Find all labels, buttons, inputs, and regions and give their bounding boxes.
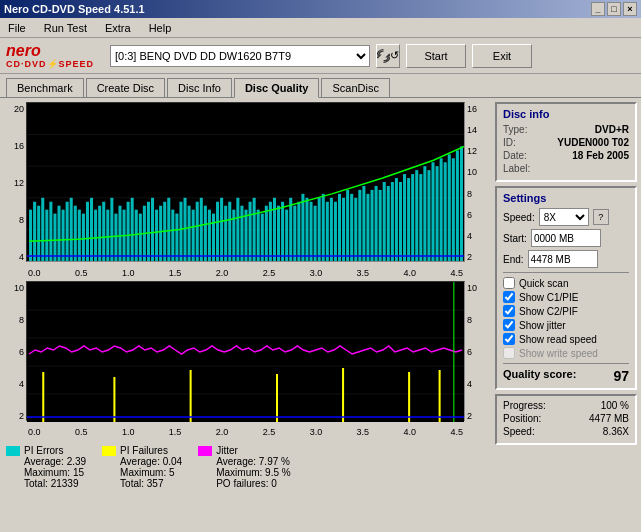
svg-rect-106 xyxy=(440,158,443,261)
x-bot-2.0: 2.0 xyxy=(216,427,229,437)
show-read-speed-checkbox[interactable] xyxy=(503,333,515,345)
x-bot-0.0: 0.0 xyxy=(28,427,41,437)
svg-rect-65 xyxy=(273,198,276,261)
menu-run-test[interactable]: Run Test xyxy=(40,20,91,36)
show-c2-row: Show C2/PIF xyxy=(503,305,629,317)
x-top-1.5: 1.5 xyxy=(169,268,182,278)
svg-rect-46 xyxy=(196,202,199,261)
svg-rect-81 xyxy=(338,194,341,261)
quality-label: Quality score: xyxy=(503,368,576,384)
svg-rect-34 xyxy=(147,202,150,261)
menu-file[interactable]: File xyxy=(4,20,30,36)
pi-failures-avg: Average: 0.04 xyxy=(120,456,182,467)
show-c1pie-checkbox[interactable] xyxy=(503,291,515,303)
y-left-8: 8 xyxy=(4,215,24,225)
svg-rect-18 xyxy=(82,214,85,261)
svg-rect-56 xyxy=(236,198,239,261)
menu-help[interactable]: Help xyxy=(145,20,176,36)
x-bot-4.0: 4.0 xyxy=(404,427,417,437)
svg-rect-10 xyxy=(49,202,52,261)
speed-select[interactable]: 8X xyxy=(539,208,589,226)
x-top-0.0: 0.0 xyxy=(28,268,41,278)
pi-errors-stats: PI Errors Average: 2.39 Maximum: 15 Tota… xyxy=(24,445,86,489)
minimize-button[interactable]: _ xyxy=(591,2,605,16)
x-top-2.0: 2.0 xyxy=(216,268,229,278)
start-button[interactable]: Start xyxy=(406,44,466,68)
jitter-box xyxy=(198,446,212,456)
tab-scan-disc[interactable]: ScanDisc xyxy=(321,78,389,97)
svg-rect-75 xyxy=(314,206,317,261)
progress-label: Progress: xyxy=(503,400,546,411)
position-label: Position: xyxy=(503,413,541,424)
pi-errors-color-swatch xyxy=(6,446,20,456)
show-c2pif-checkbox[interactable] xyxy=(503,305,515,317)
tab-create-disc[interactable]: Create Disc xyxy=(86,78,165,97)
close-button[interactable]: × xyxy=(623,2,637,16)
maximize-button[interactable]: □ xyxy=(607,2,621,16)
y-left-20: 20 xyxy=(4,104,24,114)
y-left-12: 12 xyxy=(4,178,24,188)
menu-extra[interactable]: Extra xyxy=(101,20,135,36)
y-right-14: 14 xyxy=(467,125,487,135)
svg-rect-113 xyxy=(27,282,464,422)
disc-type-label: Type: xyxy=(503,124,527,135)
pi-errors-total: Total: 21339 xyxy=(24,478,86,489)
svg-rect-105 xyxy=(436,166,439,261)
svg-rect-14 xyxy=(66,202,69,261)
svg-rect-48 xyxy=(204,206,207,261)
refresh-button[interactable]: ↺ xyxy=(376,44,400,68)
logo-nero: nero xyxy=(6,43,41,59)
x-bot-3.0: 3.0 xyxy=(310,427,323,437)
settings-panel: Settings Speed: 8X ? Start: End: Quick s… xyxy=(495,186,637,390)
svg-rect-9 xyxy=(45,210,48,261)
svg-rect-70 xyxy=(293,206,296,261)
tab-benchmark[interactable]: Benchmark xyxy=(6,78,84,97)
pi-failures-label: PI Failures xyxy=(120,445,182,456)
speed-progress-label: Speed: xyxy=(503,426,535,437)
svg-rect-71 xyxy=(297,202,300,261)
x-bot-4.5: 4.5 xyxy=(450,427,463,437)
svg-rect-62 xyxy=(261,214,264,261)
show-c1pie-label: Show C1/PIE xyxy=(519,292,578,303)
svg-rect-90 xyxy=(375,186,378,261)
svg-rect-104 xyxy=(431,162,434,261)
speed-progress-value: 8.36X xyxy=(603,426,629,437)
disc-type-row: Type: DVD+R xyxy=(503,124,629,135)
x-bot-0.5: 0.5 xyxy=(75,427,88,437)
y-right-6: 6 xyxy=(467,210,487,220)
quick-scan-checkbox[interactable] xyxy=(503,277,515,289)
y-right-4: 4 xyxy=(467,231,487,241)
show-jitter-checkbox[interactable] xyxy=(503,319,515,331)
svg-rect-12 xyxy=(57,206,60,261)
disc-id-row: ID: YUDEN000 T02 xyxy=(503,137,629,148)
svg-rect-8 xyxy=(41,198,44,261)
pi-errors-label: PI Errors xyxy=(24,445,86,456)
svg-rect-98 xyxy=(407,178,410,261)
svg-rect-45 xyxy=(192,210,195,261)
quick-scan-label: Quick scan xyxy=(519,278,568,289)
top-chart-svg xyxy=(27,103,464,261)
svg-rect-57 xyxy=(240,206,243,261)
show-c1-row: Show C1/PIE xyxy=(503,291,629,303)
tab-disc-info[interactable]: Disc Info xyxy=(167,78,232,97)
svg-rect-79 xyxy=(330,198,333,261)
svg-rect-35 xyxy=(151,198,154,261)
speed-row: Speed: 8X ? xyxy=(503,208,629,226)
svg-rect-74 xyxy=(310,202,313,261)
svg-rect-16 xyxy=(74,206,77,261)
speed-help-button[interactable]: ? xyxy=(593,209,609,225)
disc-id-value: YUDEN000 T02 xyxy=(557,137,629,148)
start-input[interactable] xyxy=(531,229,601,247)
end-mb-label: End: xyxy=(503,254,524,265)
svg-rect-85 xyxy=(354,198,357,261)
menu-bar: File Run Test Extra Help xyxy=(0,18,641,38)
exit-button[interactable]: Exit xyxy=(472,44,532,68)
drive-select[interactable]: [0:3] BENQ DVD DD DW1620 B7T9 xyxy=(110,45,370,67)
svg-rect-66 xyxy=(277,206,280,261)
y-right-12: 12 xyxy=(467,146,487,156)
tab-disc-quality[interactable]: Disc Quality xyxy=(234,78,320,98)
jitter-stats: Jitter Average: 7.97 % Maximum: 9.5 % PO… xyxy=(216,445,290,489)
end-input[interactable] xyxy=(528,250,598,268)
svg-rect-23 xyxy=(102,202,105,261)
quality-score: 97 xyxy=(613,368,629,384)
